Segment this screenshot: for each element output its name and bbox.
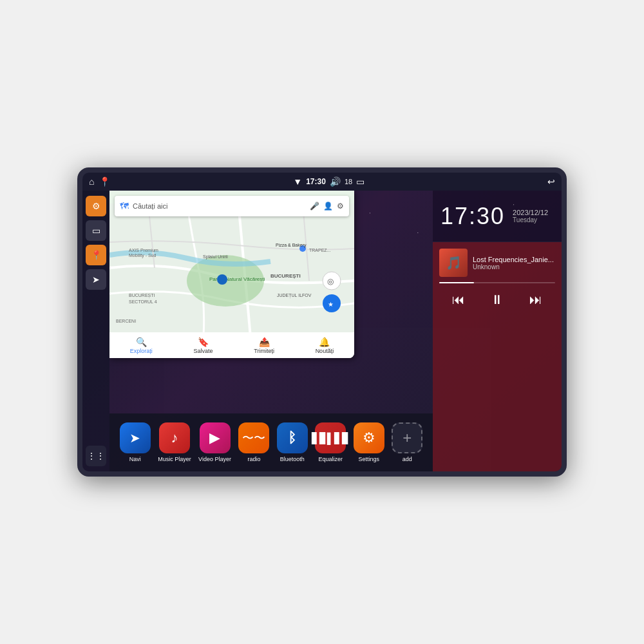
music-controls: ⏮ ⏸ ⏭ (439, 290, 555, 310)
map-tab-saved[interactable]: 🔖 Salvate (194, 337, 213, 354)
video-icon-bg: ▶ (200, 422, 231, 453)
center-area: BUCUREȘTI SECTORUL 4 BUCUREȘTI JUDEȚUL I… (109, 191, 433, 471)
settings-gear-icon: ⚙ (363, 430, 375, 446)
navi-label: Navi (129, 456, 141, 462)
radio-icon-bg: 〜〜 (238, 422, 269, 453)
map-container: BUCUREȘTI SECTORUL 4 BUCUREȘTI JUDEȚUL I… (109, 191, 354, 358)
plus-icon: + (402, 429, 412, 447)
sidebar-item-files[interactable]: ▭ (86, 220, 106, 241)
clock-time: 17:30 (440, 203, 505, 230)
gear-icon: ⚙ (92, 201, 100, 211)
back-icon[interactable]: ↩ (547, 176, 555, 187)
clock-day: Tuesday (513, 216, 548, 223)
app-dock: ➤ Navi ♪ Music Player ▶ Video Player (109, 413, 433, 471)
progress-fill (439, 282, 474, 283)
explore-icon: 🔍 (136, 337, 147, 347)
play-icon: ▶ (209, 430, 220, 446)
map-tab-saved-label: Salvate (194, 348, 213, 354)
map-tab-share[interactable]: 📤 Trimiteți (254, 337, 274, 354)
clock-widget: 17:30 2023/12/12 Tuesday (433, 191, 562, 242)
music-widget: 🎵 Lost Frequencies_Janie... Unknown ⏮ ⏸ … (433, 242, 562, 471)
search-placeholder-text: Căutați aici (133, 202, 306, 210)
main-content: ⚙ ▭ 📍 ➤ ⋮⋮ (82, 191, 562, 471)
add-label: add (402, 456, 412, 462)
radio-label: radio (247, 456, 260, 462)
svg-text:◎: ◎ (327, 277, 334, 286)
map-widget[interactable]: BUCUREȘTI SECTORUL 4 BUCUREȘTI JUDEȚUL I… (109, 191, 354, 358)
music-note-icon: ♪ (171, 430, 178, 446)
svg-text:BERCENI: BERCENI (116, 319, 136, 323)
svg-text:AXIS Premium: AXIS Premium (129, 248, 158, 252)
svg-text:Mobility - Sud: Mobility - Sud (129, 253, 156, 258)
navi-icon: ➤ (129, 430, 140, 446)
sidebar-grid-button[interactable]: ⋮⋮ (86, 446, 106, 466)
svg-text:BUCUREȘTI: BUCUREȘTI (270, 273, 301, 279)
album-art: 🎵 (439, 249, 468, 277)
wifi-icon: ▼ (293, 176, 302, 187)
saved-icon: 🔖 (198, 337, 209, 347)
pin-icon: 📍 (91, 250, 102, 260)
profile-icon[interactable]: 👤 (323, 202, 333, 211)
pause-button[interactable]: ⏸ (486, 290, 509, 310)
add-icon-bg: + (392, 422, 422, 453)
map-tab-explore[interactable]: 🔍 Explorați (130, 337, 153, 354)
mic-icon[interactable]: 🎤 (310, 202, 319, 211)
app-bluetooth[interactable]: ᛒ Bluetooth (277, 422, 308, 462)
svg-text:★: ★ (328, 301, 334, 308)
battery-level: 18 (345, 178, 352, 185)
app-add[interactable]: + add (392, 422, 422, 462)
sidebar-item-maps[interactable]: 📍 (86, 245, 106, 265)
device-frame: ⌂ 📍 ▼ 17:30 🔊 18 ▭ ↩ ⚙ ▭ 📍 ➤ (77, 167, 567, 477)
battery-icon: ▭ (356, 176, 365, 187)
app-navi[interactable]: ➤ Navi (120, 422, 151, 462)
svg-text:JUDEȚUL ILFOV: JUDEȚUL ILFOV (277, 293, 312, 298)
app-equalizer[interactable]: ▋▊▌▋▊ Equalizer (315, 422, 346, 462)
share-icon: 📤 (259, 337, 270, 347)
album-art-inner: 🎵 (439, 249, 468, 277)
map-search-bar[interactable]: 🗺 Căutați aici 🎤 👤 ⚙ (115, 196, 349, 216)
sidebar-item-navigate[interactable]: ➤ (86, 269, 106, 290)
app-settings[interactable]: ⚙ Settings (354, 422, 384, 462)
map-tab-news[interactable]: 🔔 Noutăți (316, 337, 334, 354)
svg-point-15 (217, 274, 227, 285)
files-icon: ▭ (92, 225, 100, 236)
svg-text:Pizza & Bakery: Pizza & Bakery (276, 243, 307, 248)
map-tab-share-label: Trimiteți (254, 348, 274, 354)
app-radio[interactable]: 〜〜 radio (238, 422, 269, 462)
app-video-player[interactable]: ▶ Video Player (198, 422, 231, 462)
home-icon[interactable]: ⌂ (89, 176, 94, 187)
grid-icon: ⋮⋮ (87, 451, 105, 461)
app-music-player[interactable]: ♪ Music Player (158, 422, 191, 462)
music-track-info: 🎵 Lost Frequencies_Janie... Unknown (439, 249, 555, 277)
volume-icon: 🔊 (330, 176, 341, 187)
settings-small-icon[interactable]: ⚙ (337, 202, 344, 211)
maps-status-icon[interactable]: 📍 (99, 176, 110, 187)
arrow-icon: ➤ (92, 274, 100, 285)
map-bottom-bar: 🔍 Explorați 🔖 Salvate 📤 Trimiteți � (109, 332, 354, 358)
map-tab-news-label: Noutăți (316, 348, 334, 354)
bluetooth-icon: ᛒ (288, 430, 296, 446)
progress-bar[interactable] (439, 282, 555, 283)
status-bar: ⌂ 📍 ▼ 17:30 🔊 18 ▭ ↩ (82, 173, 562, 191)
google-maps-icon: 🗺 (120, 201, 129, 211)
radio-wave-icon: 〜〜 (242, 430, 265, 446)
album-crowd-icon: 🎵 (446, 255, 462, 270)
right-panel: 17:30 2023/12/12 Tuesday 🎵 Lost Frequenc… (433, 191, 562, 471)
news-icon: 🔔 (319, 337, 330, 347)
sidebar-item-settings[interactable]: ⚙ (86, 196, 106, 216)
bluetooth-icon-bg: ᛒ (277, 422, 308, 453)
equalizer-icon-bg: ▋▊▌▋▊ (315, 422, 346, 453)
equalizer-label: Equalizer (319, 456, 343, 462)
prev-button[interactable]: ⏮ (447, 290, 470, 310)
status-center: ▼ 17:30 🔊 18 ▭ (293, 176, 365, 187)
settings-label: Settings (358, 456, 379, 462)
settings-icon-bg: ⚙ (354, 422, 384, 453)
track-artist: Unknown (473, 263, 555, 270)
music-player-label: Music Player (158, 456, 191, 462)
status-time: 17:30 (306, 177, 326, 186)
music-icon-bg: ♪ (159, 422, 190, 453)
svg-text:TRAPEZ...: TRAPEZ... (309, 248, 331, 252)
next-button[interactable]: ⏭ (524, 290, 547, 310)
map-tab-explore-label: Explorați (130, 348, 153, 354)
navi-icon-bg: ➤ (120, 422, 151, 453)
